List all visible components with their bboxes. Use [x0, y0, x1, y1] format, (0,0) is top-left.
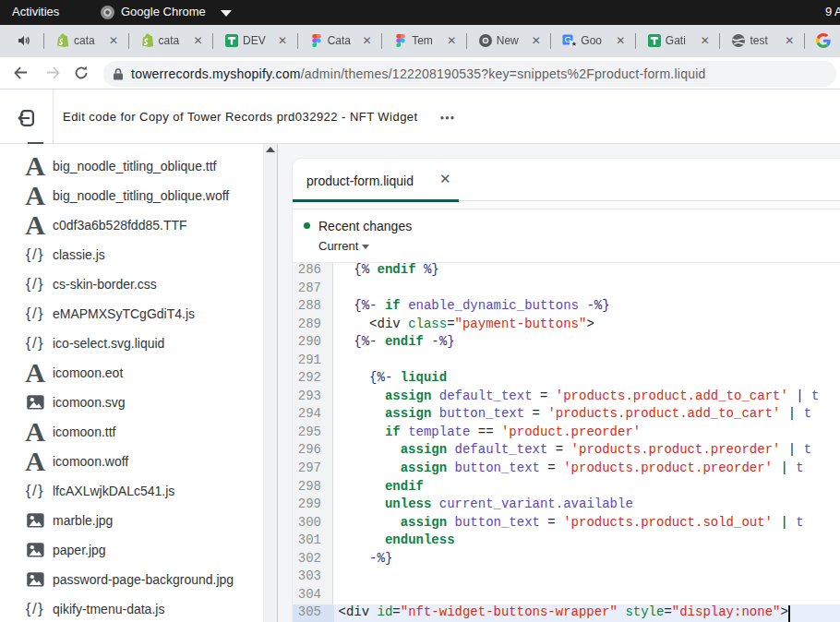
svg-text:★: ★	[571, 40, 578, 48]
